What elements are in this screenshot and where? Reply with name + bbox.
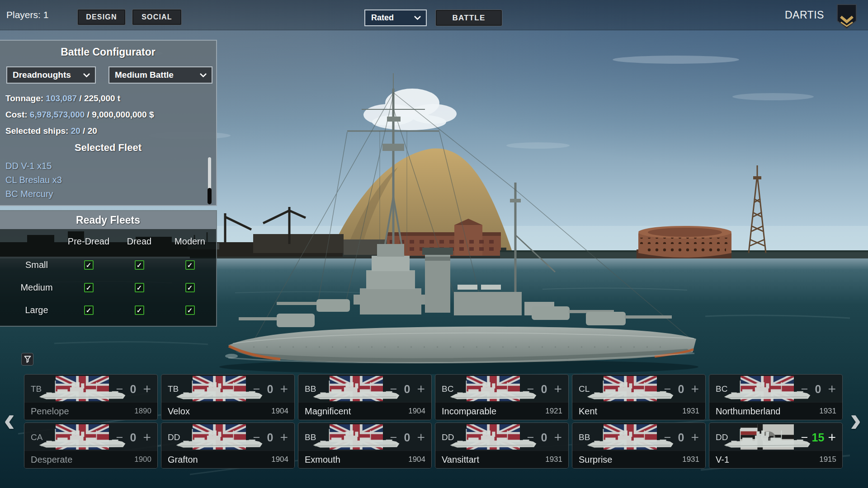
ship-card-art: [326, 375, 387, 404]
design-button[interactable]: DESIGN: [77, 9, 126, 25]
fleet-type-value: Dreadnoughts: [13, 70, 71, 80]
ship-silhouette-icon: [446, 427, 540, 452]
ship-card[interactable]: BB − 0 + Surprise 1931: [572, 422, 706, 469]
ship-card-top: BB − 0 +: [298, 423, 431, 452]
ship-card-art: [462, 375, 524, 404]
ship-silhouette-icon: [446, 378, 540, 404]
ship-year: 1904: [271, 455, 288, 464]
ship-card-top: DD − 15 +: [709, 423, 842, 452]
ship-card[interactable]: DD − 0 + Vansittart 1931: [435, 422, 569, 469]
fleet-ready-checkbox[interactable]: ✓: [135, 283, 144, 292]
ship-silhouette-icon: [720, 378, 814, 404]
fleet-ready-checkbox[interactable]: ✓: [185, 283, 195, 292]
ship-card-art: [599, 423, 661, 452]
ship-silhouette-icon: [172, 378, 266, 404]
tonnage-current: 103,087: [46, 94, 77, 103]
ship-card[interactable]: BB − 0 + Exmouth 1904: [298, 422, 432, 469]
ship-name: Desperate: [31, 455, 72, 465]
fleet-list-item[interactable]: CL Breslau x3: [5, 173, 200, 187]
selected-ships-stat: Selected ships: 20 / 20: [5, 125, 97, 137]
chevron-down-icon: [199, 73, 207, 78]
increase-count-button[interactable]: +: [414, 430, 428, 445]
battle-size-select[interactable]: Medium Battle: [108, 66, 212, 84]
fleet-ready-checkbox[interactable]: ✓: [84, 260, 94, 270]
ready-fleets-column-header: Modern: [165, 231, 215, 252]
ship-card-top: TB − 0 +: [161, 375, 294, 404]
increase-count-button[interactable]: +: [414, 381, 428, 397]
ship-card-art: [736, 423, 798, 452]
fleet-scrollbar-thumb[interactable]: [208, 188, 212, 204]
ship-card-top: CL − 0 +: [572, 375, 705, 404]
tonnage-stat: Tonnage: 103,087 / 225,000 t: [5, 93, 120, 104]
fleet-ready-checkbox[interactable]: ✓: [135, 305, 144, 315]
ship-card[interactable]: BC − 0 + Northumberland 1931: [709, 374, 843, 420]
ship-card[interactable]: CA − 0 + Desperate 1900: [24, 422, 158, 469]
ship-card[interactable]: DD − 15 + V-1 1915: [709, 422, 843, 469]
filter-button[interactable]: [21, 353, 33, 366]
increase-count-button[interactable]: +: [825, 381, 839, 397]
ship-card-namebar: Penelope 1890: [24, 402, 157, 420]
fleet-type-select[interactable]: Dreadnoughts: [6, 66, 96, 84]
increase-count-button[interactable]: +: [551, 430, 565, 445]
fleet-ready-checkbox[interactable]: ✓: [84, 283, 94, 292]
ship-card-art: [52, 375, 113, 404]
ship-card[interactable]: BC − 0 + Incomparable 1921: [435, 374, 569, 420]
ship-card-namebar: Grafton 1904: [161, 450, 294, 468]
ship-silhouette-icon: [309, 378, 403, 404]
ship-card[interactable]: CL − 0 + Kent 1931: [572, 374, 706, 420]
ship-name: Incomparable: [442, 406, 496, 417]
ship-year: 1904: [408, 455, 425, 464]
battle-configurator-panel: Battle Configurator Dreadnoughts Medium …: [0, 40, 217, 206]
increase-count-button[interactable]: +: [688, 430, 702, 445]
chevron-down-icon: [83, 73, 90, 78]
prev-page-arrow[interactable]: ‹: [4, 401, 15, 437]
fleet-scrollbar[interactable]: [208, 157, 211, 204]
ready-fleets-cell: ✓: [165, 276, 215, 299]
ship-silhouette-icon: [309, 427, 403, 452]
increase-count-button[interactable]: +: [140, 430, 154, 445]
funnel-icon: [24, 355, 32, 363]
fleet-ready-checkbox[interactable]: ✓: [135, 260, 144, 270]
increase-count-button[interactable]: +: [277, 381, 291, 397]
increase-count-button[interactable]: +: [551, 381, 565, 397]
increase-count-button[interactable]: +: [688, 381, 702, 397]
ship-card-top: BB − 0 +: [298, 375, 431, 404]
selected-fleet-title: Selected Fleet: [0, 142, 216, 154]
ship-card[interactable]: BB − 0 + Magnificent 1904: [298, 374, 432, 420]
ship-card-top: TB − 0 +: [24, 375, 157, 404]
ready-fleets-grid: Pre-DreadDreadModernSmall✓✓✓Medium✓✓✓Lar…: [10, 231, 215, 321]
match-type-select[interactable]: Rated: [364, 9, 427, 26]
fleet-ready-checkbox[interactable]: ✓: [185, 305, 195, 315]
fleet-list-item[interactable]: DD V-1 x15: [5, 159, 200, 173]
ship-card[interactable]: TB − 0 + Velox 1904: [161, 374, 295, 420]
fleet-list-item[interactable]: BC Mercury: [5, 187, 200, 201]
social-button[interactable]: SOCIAL: [132, 9, 182, 25]
cost-max: / 9,000,000,000 $: [85, 110, 154, 119]
battle-button[interactable]: BATTLE: [435, 9, 502, 26]
fleet-ready-checkbox[interactable]: ✓: [185, 260, 195, 270]
ship-card-grid: TB − 0 + Penelope 1890 TB −: [24, 374, 843, 469]
top-bar: Players: 1 DESIGN SOCIAL Rated BATTLE DA…: [0, 0, 868, 30]
ship-name: Surprise: [579, 455, 612, 465]
ship-year: 1931: [819, 407, 836, 416]
fleet-ready-checkbox[interactable]: ✓: [84, 305, 94, 315]
players-count: Players: 1: [6, 0, 48, 30]
increase-count-button[interactable]: +: [825, 430, 839, 445]
game-screen: Players: 1 DESIGN SOCIAL Rated BATTLE DA…: [0, 0, 868, 488]
ship-year: 1904: [408, 407, 425, 416]
ship-card-namebar: Desperate 1900: [24, 450, 157, 468]
ship-card-namebar: Northumberland 1931: [709, 402, 842, 420]
ship-year: 1921: [545, 407, 562, 416]
rank-badge-icon[interactable]: [835, 4, 858, 30]
ship-card-art: [326, 423, 387, 452]
increase-count-button[interactable]: +: [140, 381, 154, 397]
ship-card-namebar: Kent 1931: [572, 402, 705, 420]
ship-card[interactable]: TB − 0 + Penelope 1890: [24, 374, 158, 420]
battle-size-value: Medium Battle: [115, 70, 174, 80]
next-page-arrow[interactable]: ›: [850, 401, 861, 437]
ready-fleets-cell: ✓: [165, 253, 215, 276]
ship-card[interactable]: DD − 0 + Grafton 1904: [161, 422, 295, 469]
ship-card-art: [52, 423, 113, 452]
ship-silhouette-icon: [35, 378, 129, 404]
increase-count-button[interactable]: +: [277, 430, 291, 445]
